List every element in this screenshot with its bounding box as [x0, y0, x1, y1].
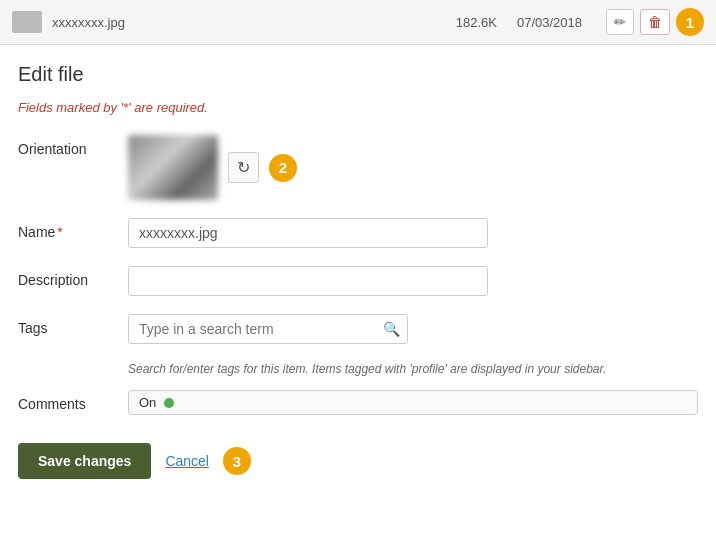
name-control: [128, 218, 698, 248]
step-badge-3: 3: [223, 447, 251, 475]
description-control: [128, 266, 698, 296]
rotate-button[interactable]: ↻: [228, 152, 259, 183]
comments-row: Comments On: [18, 390, 698, 415]
name-row: Name*: [18, 218, 698, 248]
save-button[interactable]: Save changes: [18, 443, 151, 479]
tags-input-wrapper: 🔍: [128, 314, 408, 344]
name-input[interactable]: [128, 218, 488, 248]
orientation-control: ↻ 2: [128, 135, 698, 200]
description-input[interactable]: [128, 266, 488, 296]
filesize-label: 182.6K: [456, 15, 497, 30]
comments-toggle[interactable]: On: [128, 390, 698, 415]
orientation-label: Orientation: [18, 135, 128, 157]
description-label: Description: [18, 266, 128, 288]
delete-button[interactable]: 🗑: [640, 9, 670, 35]
footer-row: Save changes Cancel 3: [18, 443, 698, 479]
name-required-star: *: [57, 224, 62, 240]
tags-label: Tags: [18, 314, 128, 336]
orientation-thumbnail: [128, 135, 218, 200]
description-row: Description: [18, 266, 698, 296]
filename-label: xxxxxxxx.jpg: [52, 15, 446, 30]
edit-button[interactable]: ✏: [606, 9, 634, 35]
required-note: Fields marked by '*' are required.: [18, 100, 698, 115]
comments-label: Comments: [18, 390, 128, 412]
step-badge-2: 2: [269, 154, 297, 182]
date-label: 07/03/2018: [517, 15, 582, 30]
top-bar-actions: ✏ 🗑 1: [606, 8, 704, 36]
tags-input[interactable]: [128, 314, 408, 344]
name-label: Name*: [18, 218, 128, 240]
comments-control: On: [128, 390, 698, 415]
main-content: Edit file Fields marked by '*' are requi…: [0, 45, 716, 497]
tags-control: 🔍 ℹ: [128, 314, 698, 344]
page-title: Edit file: [18, 63, 698, 86]
orientation-row: Orientation ↻ 2: [18, 135, 698, 200]
tags-hint: Search for/enter tags for this item. Ite…: [128, 362, 698, 376]
cancel-button[interactable]: Cancel: [165, 453, 209, 469]
file-thumbnail: [12, 11, 42, 33]
step-badge-1: 1: [676, 8, 704, 36]
tags-row: Tags 🔍 ℹ: [18, 314, 698, 344]
comments-status-text: On: [139, 395, 156, 410]
toggle-dot-icon: [164, 398, 174, 408]
top-bar: xxxxxxxx.jpg 182.6K 07/03/2018 ✏ 🗑 1: [0, 0, 716, 45]
